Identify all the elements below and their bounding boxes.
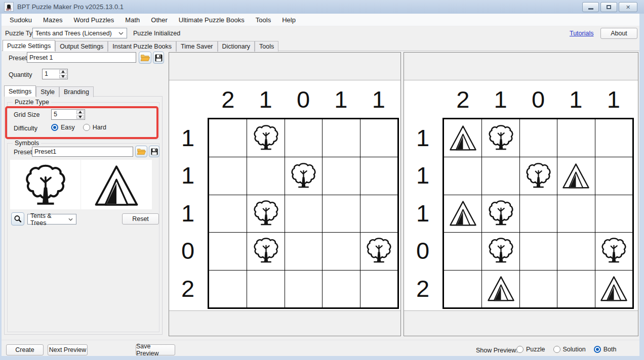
main-tab-strip: Puzzle SettingsOutput SettingsInstant Pu… [3,40,278,51]
difficulty-option-hard[interactable]: Hard [83,124,106,131]
grid-cell [247,195,284,232]
footer-divider [2,340,639,340]
symbol-search-button[interactable] [11,212,24,226]
row-clue: 0 [405,232,440,269]
sub-tab-style[interactable]: Style [36,86,59,97]
difficulty-option-easy[interactable]: Easy [51,124,75,131]
maximize-icon [607,5,611,9]
col-clue: 1 [595,84,632,115]
grid-cell [209,270,247,307]
preset-open-button[interactable] [139,52,151,64]
maximize-button[interactable] [600,2,617,12]
spinner-up-icon[interactable] [59,70,67,74]
menu-item-help[interactable]: Help [276,14,301,26]
tab-instant-puzzle-books[interactable]: Instant Puzzle Books [108,41,176,52]
col-clue: 0 [519,84,557,115]
quantity-label: Quantity [9,71,32,78]
difficulty-radio-label-easy: Easy [61,124,75,131]
col-clue: 1 [481,84,519,115]
grid-cell [481,195,519,232]
tree-icon [252,199,280,228]
tree-icon [599,237,628,265]
symbols-preset-save-button[interactable] [149,146,159,157]
menu-item-other[interactable]: Other [145,14,173,26]
symbols-group-title: Symbols [13,140,41,147]
symbols-preset-input[interactable] [32,147,133,157]
menu-item-math[interactable]: Math [119,14,145,26]
tab-dictionary[interactable]: Dictionary [218,41,255,52]
row-clue: 0 [170,232,206,269]
grid-cell [481,232,519,269]
grid-cell [595,119,632,157]
show-preview-radio-both[interactable] [594,346,601,353]
difficulty-radio-easy[interactable] [51,124,58,131]
puzzle-grid [208,118,399,309]
tutorials-link[interactable]: Tutorials [570,30,593,37]
difficulty-radio-hard[interactable] [83,124,90,131]
tab-puzzle-settings[interactable]: Puzzle Settings [3,40,55,51]
close-button[interactable]: ✕ [619,2,637,12]
spinner-down-icon[interactable] [76,115,84,119]
save-icon [150,148,158,156]
menu-item-mazes[interactable]: Mazes [37,14,68,26]
grid-cell [285,157,322,194]
col-clue: 1 [557,84,594,115]
symbol-set-combobox[interactable]: Tents & Trees [27,214,76,224]
menu-item-ultimate-puzzle-books[interactable]: Ultimate Puzzle Books [173,14,250,26]
show-preview-radio-puzzle[interactable] [516,346,524,353]
tab-output-settings[interactable]: Output Settings [55,41,108,52]
grid-cell [285,195,322,232]
minimize-button[interactable] [582,2,599,12]
grid-size-stepper[interactable]: 5 [51,109,85,120]
tree-symbol-preview[interactable] [10,160,80,209]
grid-size-stepper-arrows [76,110,85,119]
symbols-preset-open-button[interactable] [135,146,147,157]
grid-cell [595,232,632,269]
tree-icon [365,237,393,265]
grid-cell [360,119,397,157]
menu-item-sudoku[interactable]: Sudoku [4,14,37,26]
create-button[interactable]: Create [6,344,44,355]
show-preview-option-both[interactable]: Both [594,346,617,353]
spinner-up-icon[interactable] [76,110,84,114]
grid-cell [322,157,359,194]
quantity-stepper[interactable]: 1 [42,69,68,79]
grid-cell [519,270,557,307]
menu-bar: SudokuMazesWord PuzzlesMathOtherUltimate… [2,14,639,26]
next-preview-button[interactable]: Next Preview [48,344,88,355]
app-icon-text: BPT [7,9,12,11]
reset-button[interactable]: Reset [122,213,159,224]
menu-item-word-puzzles[interactable]: Word Puzzles [68,14,119,26]
grid-cell [557,270,594,307]
puzzle-type-combobox-value: Tents and Trees (Licensed) [35,30,112,37]
sub-tab-settings[interactable]: Settings [4,85,36,97]
col-clue: 0 [285,84,322,115]
show-preview-radio-solution[interactable] [553,346,560,353]
preset-input[interactable] [27,52,136,63]
col-clue: 1 [360,84,397,115]
sub-tab-branding[interactable]: Branding [59,86,94,97]
show-preview-option-solution[interactable]: Solution [553,346,586,353]
symbols-preset-label: Preset [14,149,32,156]
grid-cell [519,232,557,269]
show-preview-option-puzzle[interactable]: Puzzle [516,346,545,353]
save-preview-button[interactable]: Save Preview [136,344,175,355]
grid-cell [519,157,557,194]
tent-icon [599,275,628,303]
preset-save-button[interactable] [153,52,164,64]
show-preview-radio-label-puzzle: Puzzle [526,346,545,353]
title-bar: BPT BPT Puzzle Maker Pro v2025.13.0.1 ✕ [0,0,644,14]
spinner-down-icon[interactable] [59,75,67,79]
grid-cell [444,270,481,307]
row-clue: 1 [170,119,206,157]
tent-symbol-preview[interactable] [81,160,152,209]
grid-cell [595,195,632,232]
about-button[interactable]: About [600,28,637,39]
folder-open-icon [137,148,146,155]
tree-icon [252,237,280,265]
tab-tools[interactable]: Tools [255,41,278,52]
menu-item-tools[interactable]: Tools [250,14,276,26]
grid-size-value: 5 [52,110,76,119]
tab-time-saver[interactable]: Time Saver [176,41,217,52]
puzzle-type-combobox[interactable]: Tents and Trees (Licensed) [32,28,127,38]
